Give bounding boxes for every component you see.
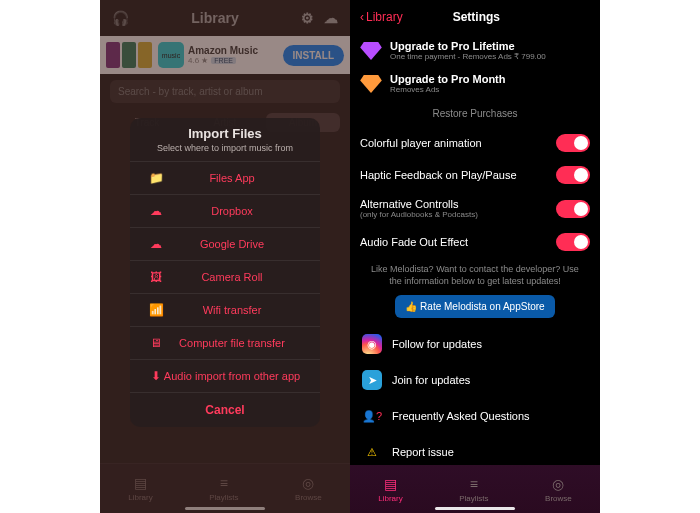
setting-label: Haptic Feedback on Play/Pause	[360, 169, 517, 181]
join-telegram-icon: ➤	[362, 370, 382, 390]
svg-marker-1	[360, 75, 382, 93]
setting-label: Audio Fade Out Effect	[360, 236, 468, 248]
library-icon: ▤	[384, 476, 397, 492]
link-follow-instagram[interactable]: ◉Follow for updates	[350, 326, 600, 362]
link-faq[interactable]: 👤?Frequently Asked Questions	[350, 398, 600, 434]
link-join-telegram[interactable]: ➤Join for updates	[350, 362, 600, 398]
toggle-switch[interactable]	[556, 134, 590, 152]
import-option-files-app[interactable]: 📁Files App	[130, 161, 320, 194]
setting-toggle-2: Alternative Controlls(only for Audiobook…	[350, 191, 600, 226]
upgrade-row-1[interactable]: Upgrade to Pro MonthRemoves Ads	[360, 67, 590, 100]
import-option-computer-file-transfer[interactable]: 🖥Computer file transfer	[130, 326, 320, 359]
browse-icon: ◎	[552, 476, 564, 492]
toggle-switch[interactable]	[556, 233, 590, 251]
import-option-audio-import-other[interactable]: ⬇Audio import from other app	[130, 359, 320, 392]
library-screen: 🎧 Library ⚙ ☁ music Amazon Music 4.6 ★FR…	[100, 0, 350, 513]
tab-playlists[interactable]: ≡Playlists	[459, 476, 488, 503]
setting-toggle-0: Colorful player animation	[350, 127, 600, 159]
playlists-icon: ≡	[470, 476, 478, 492]
faq-icon: 👤?	[362, 406, 382, 426]
follow-instagram-icon: ◉	[362, 334, 382, 354]
setting-label: Alternative Controlls(only for Audiobook…	[360, 198, 478, 219]
import-option-dropbox[interactable]: ☁Dropbox	[130, 194, 320, 227]
restore-purchases[interactable]: Restore Purchases	[350, 100, 600, 127]
gem-icon	[360, 42, 382, 60]
setting-toggle-1: Haptic Feedback on Play/Pause	[350, 159, 600, 191]
tab-bar: ▤Library ≡Playlists ◎Browse	[350, 465, 600, 513]
upgrade-row-0[interactable]: Upgrade to Pro LifetimeOne time payment …	[360, 34, 590, 67]
tab-library[interactable]: ▤Library	[378, 476, 402, 503]
import-option-wifi-transfer[interactable]: 📶Wifi transfer	[130, 293, 320, 326]
svg-marker-0	[360, 42, 382, 60]
tab-browse[interactable]: ◎Browse	[545, 476, 572, 503]
toggle-switch[interactable]	[556, 200, 590, 218]
settings-header: ‹Library Settings	[350, 0, 600, 34]
setting-toggle-3: Audio Fade Out Effect	[350, 226, 600, 258]
setting-label: Colorful player animation	[360, 137, 482, 149]
import-files-modal: Import Files Select where to import musi…	[130, 118, 320, 427]
home-indicator[interactable]	[435, 507, 515, 510]
modal-subtitle: Select where to import music from	[130, 143, 320, 161]
page-title: Settings	[363, 10, 590, 24]
developer-message: Like Melodista? Want to contact the deve…	[350, 258, 600, 295]
modal-title: Import Files	[130, 118, 320, 143]
settings-screen: ‹Library Settings Upgrade to Pro Lifetim…	[350, 0, 600, 513]
rate-button[interactable]: 👍 Rate Melodista on AppStore	[395, 295, 554, 318]
import-option-google-drive[interactable]: ☁Google Drive	[130, 227, 320, 260]
gem-icon	[360, 75, 382, 93]
import-option-camera-roll[interactable]: 🖼Camera Roll	[130, 260, 320, 293]
cancel-button[interactable]: Cancel	[130, 392, 320, 427]
toggle-switch[interactable]	[556, 166, 590, 184]
report-issue-icon: ⚠	[362, 442, 382, 462]
